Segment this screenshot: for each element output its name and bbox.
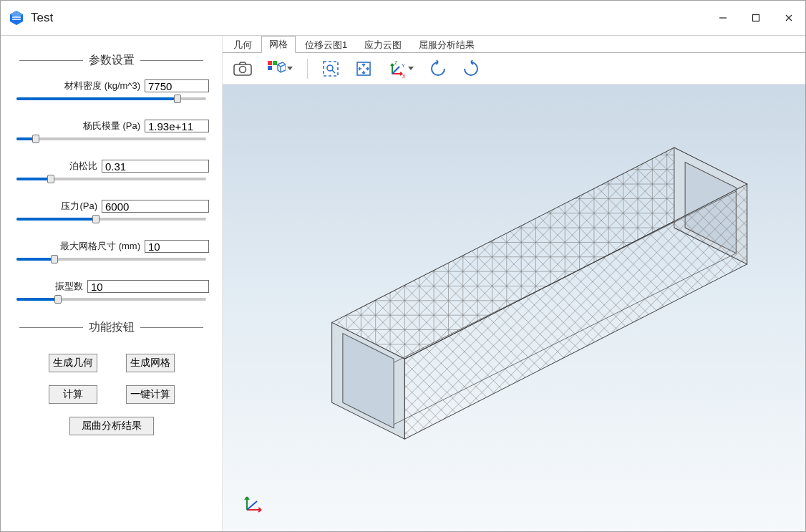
tab-disp[interactable]: 位移云图1: [297, 37, 355, 53]
window-title: Test: [31, 11, 53, 25]
param-youngs-input[interactable]: [145, 120, 209, 132]
tab-geom[interactable]: 几何: [225, 37, 260, 53]
param-poisson-input[interactable]: [102, 160, 209, 173]
titlebar: Test: [1, 1, 805, 35]
param-pressure: 压力(Pa): [14, 200, 209, 224]
param-youngs: 杨氏模量 (Pa): [14, 120, 209, 144]
maximize-button[interactable]: [739, 6, 772, 29]
param-pressure-input[interactable]: [102, 200, 209, 213]
svg-rect-4: [273, 61, 277, 65]
param-poisson-slider[interactable]: [16, 174, 206, 184]
maximize-icon: [752, 14, 760, 22]
buckling-result-button[interactable]: 屈曲分析结果: [69, 417, 154, 435]
svg-text:Z: Z: [394, 60, 398, 65]
viewport-3d[interactable]: [223, 84, 805, 531]
param-pressure-slider[interactable]: [16, 214, 206, 224]
param-youngs-slider[interactable]: [16, 134, 206, 144]
cube-palette-icon: [267, 60, 286, 77]
func-legend: 功能按钮: [14, 320, 209, 335]
param-youngs-label: 杨氏模量 (Pa): [83, 120, 140, 132]
svg-rect-6: [324, 62, 338, 76]
rotate-ccw-icon: [462, 59, 480, 78]
svg-point-2: [240, 66, 246, 72]
svg-text:Y: Y: [402, 63, 405, 68]
viewport-triad-icon: [240, 488, 268, 517]
param-density-input[interactable]: [145, 79, 209, 92]
fit-view-icon: [355, 60, 372, 77]
view-toolbar: Z Y X: [223, 53, 805, 84]
zoom-box-button[interactable]: [321, 59, 341, 79]
chevron-down-icon: [287, 67, 293, 70]
param-mesh-input[interactable]: [145, 240, 209, 253]
param-density: 材料密度 (kg/m^3): [14, 79, 209, 104]
param-poisson: 泊松比: [14, 160, 209, 184]
sidebar: 参数设置 材料密度 (kg/m^3) 杨氏模量 (Pa): [1, 36, 223, 531]
one-click-button[interactable]: 一键计算: [126, 385, 175, 404]
screenshot-button[interactable]: [233, 59, 253, 79]
fit-view-button[interactable]: [354, 59, 374, 79]
gen-mesh-button[interactable]: 生成网格: [126, 354, 175, 372]
app-window: Test 参数设置 材料密度 (kg/m^3): [0, 0, 806, 532]
rotate-cw-icon: [429, 59, 447, 78]
param-mesh-slider[interactable]: [16, 254, 206, 264]
svg-rect-3: [268, 61, 272, 65]
svg-rect-5: [268, 66, 272, 70]
main-panel: 几何 网格 位移云图1 应力云图 屈服分析结果: [223, 36, 805, 531]
func-button-group: 生成几何 生成网格 计算 一键计算 屈曲分析结果: [14, 347, 209, 442]
chevron-down-icon: [408, 67, 414, 70]
param-modes: 振型数: [14, 280, 209, 304]
tabbar: 几何 网格 位移云图1 应力云图 屈服分析结果: [223, 36, 805, 53]
param-poisson-label: 泊松比: [69, 160, 97, 173]
axes-icon: Z Y X: [388, 59, 407, 78]
params-legend: 参数设置: [14, 53, 209, 68]
tab-buckle[interactable]: 屈服分析结果: [411, 37, 482, 53]
zoom-selection-icon: [322, 60, 339, 77]
minimize-button[interactable]: [707, 6, 739, 29]
param-mesh: 最大网格尺寸 (mm): [14, 240, 209, 264]
param-mesh-label: 最大网格尺寸 (mm): [60, 240, 140, 253]
compute-button[interactable]: 计算: [49, 385, 97, 404]
param-pressure-label: 压力(Pa): [61, 200, 97, 213]
rotate-cw-button[interactable]: [428, 59, 448, 79]
app-icon: [8, 9, 25, 26]
param-density-slider[interactable]: [16, 94, 206, 104]
tab-stress[interactable]: 应力云图: [356, 37, 409, 53]
param-density-label: 材料密度 (kg/m^3): [64, 79, 140, 92]
close-button[interactable]: [772, 6, 805, 29]
svg-rect-0: [753, 15, 759, 21]
gen-geom-button[interactable]: 生成几何: [49, 354, 97, 372]
param-modes-slider[interactable]: [16, 294, 206, 304]
view-mode-button[interactable]: [266, 59, 294, 79]
axes-orient-button[interactable]: Z Y X: [387, 59, 415, 79]
param-modes-input[interactable]: [87, 280, 209, 293]
rotate-ccw-button[interactable]: [461, 59, 481, 79]
camera-icon: [233, 61, 252, 77]
close-icon: [785, 14, 793, 22]
param-modes-label: 振型数: [55, 280, 83, 293]
svg-point-7: [327, 65, 333, 71]
tab-mesh[interactable]: 网格: [261, 36, 296, 53]
minimize-icon: [719, 14, 727, 22]
svg-text:X: X: [402, 74, 406, 78]
mesh-model: [223, 84, 805, 531]
